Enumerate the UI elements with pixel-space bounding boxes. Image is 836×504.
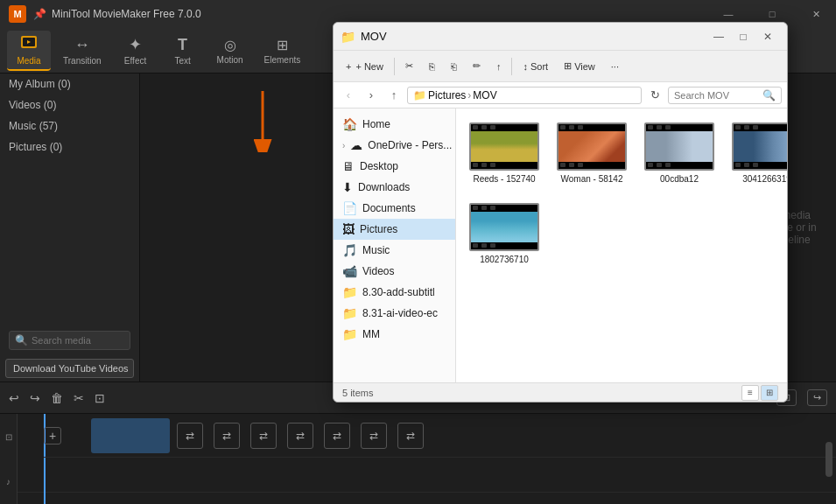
tab-elements[interactable]: ⊞ Elements [256, 33, 310, 68]
transition-1[interactable]: ⇄ [177, 423, 203, 449]
timeline-scrollbar[interactable] [825, 442, 832, 477]
fm-view-toggle: ≡ ⊞ [741, 385, 778, 401]
delete-button[interactable]: 🗑 [51, 391, 63, 405]
text-icon: T [178, 36, 187, 54]
fm-list-view-button[interactable]: ≡ [741, 385, 759, 401]
file-manager-window: 📁 MOV — □ ✕ + + New ✂ ⎘ ⎗ ✏ ↑ ↕ Sort ⊞ V… [333, 22, 788, 402]
fm-paste-button[interactable]: ⎗ [444, 55, 464, 78]
fm-body: 🏠 Home › ☁ OneDrive - Pers... 🖥 Desktop … [334, 108, 787, 382]
fm-new-button[interactable]: + + New [339, 55, 390, 78]
tab-motion[interactable]: ◎ Motion [208, 33, 252, 68]
fm-nav-documents[interactable]: 📄 Documents [334, 198, 455, 219]
video-clip-1[interactable] [91, 418, 170, 453]
bc-sep: › [467, 89, 471, 102]
fm-rename-button[interactable]: ✏ [466, 55, 488, 78]
fm-grid-view-button[interactable]: ⊞ [761, 385, 778, 401]
fm-nav-mm[interactable]: 📁 MM [334, 324, 455, 345]
audio-track-row [18, 458, 836, 493]
fm-cut-button[interactable]: ✂ [398, 55, 420, 78]
fm-sep-2 [511, 58, 512, 75]
transition-2[interactable]: ⇄ [214, 423, 240, 449]
fm-copy-button[interactable]: ⎘ [422, 55, 442, 78]
file-1802[interactable]: 1802736710 [465, 198, 544, 270]
sidebar-item-videos[interactable]: Videos (0) [0, 94, 139, 116]
media-label: Media [17, 56, 40, 66]
fm-nav-pictures[interactable]: 🖼 Pictures [334, 219, 455, 240]
cut-button[interactable]: ✂ [74, 391, 84, 405]
fm-folder-icon: 📁 [341, 30, 355, 44]
fm-nav-onedrive-label: OneDrive - Pers... [368, 139, 452, 151]
file-woman-thumb [557, 122, 627, 171]
fm-toolbar: + + New ✂ ⎘ ⎗ ✏ ↑ ↕ Sort ⊞ View ··· [334, 51, 787, 82]
crop-button[interactable]: ⊡ [95, 391, 105, 405]
arrow-indicator-1 [236, 91, 289, 155]
tab-media[interactable]: Media [7, 31, 51, 71]
redo-button[interactable]: ↪ [30, 391, 40, 405]
fm-nav-folder-1[interactable]: 📁 8.30-add-subtitl [334, 282, 455, 303]
effect-icon: ✦ [129, 35, 142, 54]
file-woman[interactable]: Woman - 58142 [552, 117, 631, 189]
sidebar-item-pictures[interactable]: Pictures (0) [0, 136, 139, 158]
fm-nav-desktop[interactable]: 🖥 Desktop [334, 156, 455, 177]
fm-search-input[interactable] [674, 90, 762, 101]
fm-search-icon: 🔍 [762, 89, 776, 102]
fm-more-button[interactable]: ··· [604, 55, 626, 78]
fm-nav-panel: 🏠 Home › ☁ OneDrive - Pers... 🖥 Desktop … [334, 108, 456, 382]
fm-nav-onedrive[interactable]: › ☁ OneDrive - Pers... [334, 135, 455, 156]
transition-4[interactable]: ⇄ [287, 423, 313, 449]
app-icon: M [9, 5, 26, 23]
file-reeds-name: Reeds - 152740 [473, 174, 535, 184]
effect-label: Effect [124, 56, 146, 66]
file-3041-name: 3041266319 [742, 174, 787, 184]
fm-nav-downloads[interactable]: ⬇ Downloads [334, 177, 455, 198]
search-input[interactable] [32, 335, 110, 346]
download-youtube-button[interactable]: Download YouTube Videos [5, 359, 134, 378]
transition-6[interactable]: ⇄ [361, 423, 387, 449]
fm-forward-button[interactable]: › [362, 86, 381, 105]
file-3041-thumb [732, 122, 787, 171]
fm-close-button[interactable]: ✕ [755, 26, 780, 47]
file-reeds-thumb [469, 122, 539, 171]
audio-track-icon: ♪ [6, 477, 11, 486]
sidebar-item-my-album[interactable]: My Album (0) [0, 74, 139, 94]
timeline-track: ⊡ ♪ + ⇄ ⇄ ⇄ ⇄ ⇄ ⇄ ⇄ [0, 414, 836, 504]
fm-share-button[interactable]: ↑ [489, 55, 509, 78]
close-button[interactable]: ✕ [796, 0, 836, 28]
transition-3[interactable]: ⇄ [250, 423, 277, 449]
motion-label: Motion [217, 55, 243, 65]
file-reeds[interactable]: Reeds - 152740 [465, 117, 544, 189]
fm-nav-videos[interactable]: 📹 Videos [334, 261, 455, 282]
transition-5[interactable]: ⇄ [324, 423, 350, 449]
fm-nav-home[interactable]: 🏠 Home [334, 114, 455, 135]
fm-view-button[interactable]: ⊞ View [557, 55, 602, 78]
fm-refresh-button[interactable]: ↻ [645, 86, 664, 105]
bc-folder-icon: 📁 [413, 89, 426, 102]
undo-button[interactable]: ↩ [9, 391, 19, 405]
file-1802-thumb [469, 203, 539, 251]
fm-nav-folder-2[interactable]: 📁 8.31-ai-video-ec [334, 303, 455, 324]
timeline-add-right[interactable]: ↪ [807, 389, 827, 406]
fm-nav-music-label: Music [362, 244, 390, 256]
fm-nav-music[interactable]: 🎵 Music [334, 240, 455, 261]
fm-minimize-button[interactable]: — [706, 26, 731, 47]
transition-label: Transition [63, 56, 102, 66]
fm-up-button[interactable]: ↑ [384, 86, 404, 105]
mm-icon: 📁 [342, 327, 357, 341]
file-00cdba[interactable]: 00cdba12 [640, 117, 719, 189]
fm-sort-button[interactable]: ↕ Sort [516, 55, 555, 78]
file-3041[interactable]: 3041266319 [727, 117, 787, 189]
tab-text[interactable]: T Text [161, 32, 205, 69]
music-icon: 🎵 [342, 243, 357, 257]
video-track-row: + ⇄ ⇄ ⇄ ⇄ ⇄ ⇄ ⇄ [44, 414, 836, 458]
add-clip-button[interactable]: + [44, 427, 61, 444]
fm-breadcrumb[interactable]: 📁 Pictures › MOV [407, 87, 642, 104]
elements-label: Elements [264, 55, 301, 65]
fm-maximize-button[interactable]: □ [731, 26, 755, 47]
transition-7[interactable]: ⇄ [397, 423, 424, 449]
tab-effect[interactable]: ✦ Effect [114, 32, 158, 69]
fm-nav-pictures-label: Pictures [360, 223, 397, 235]
fm-nav-home-label: Home [362, 118, 390, 130]
sidebar-item-music[interactable]: Music (57) [0, 116, 139, 136]
fm-back-button[interactable]: ‹ [339, 86, 358, 105]
tab-transition[interactable]: ↔ Transition [54, 32, 110, 69]
